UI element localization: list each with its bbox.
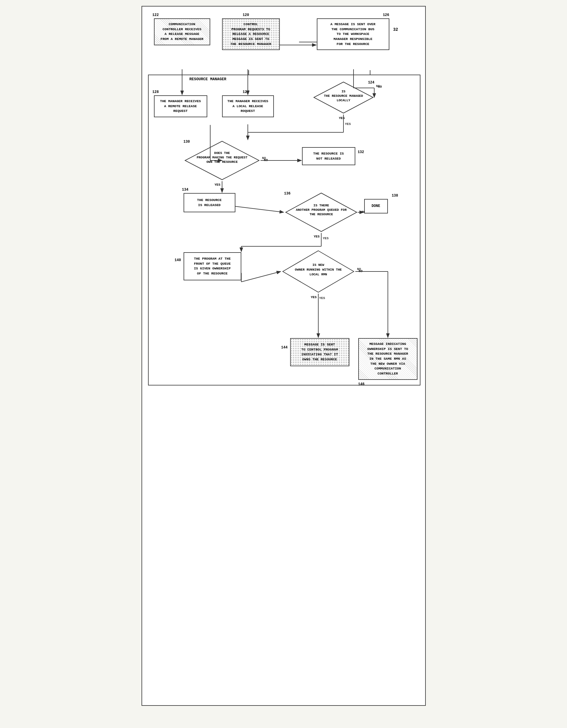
node-label-140: 140 — [175, 258, 181, 262]
svg-text:IS NEW: IS NEW — [312, 263, 324, 267]
node-label-123: 123 — [243, 90, 249, 94]
svg-marker-37 — [283, 251, 354, 292]
svg-text:LOCALLY: LOCALLY — [336, 99, 350, 102]
svg-text:OWN THE RESOURCE: OWN THE RESOURCE — [206, 160, 238, 164]
diamond-136-wrapper: 136 IS THERE ANOTHER PROGRAM QUEUED FOR … — [284, 192, 358, 233]
flowchart-diagram: 122 COMMUNICATIONCONTROLLER RECEIVESA RE… — [148, 15, 420, 696]
diagram-container: 122 COMMUNICATIONCONTROLLER RECEIVESA RE… — [142, 6, 426, 706]
node-label-134: 134 — [182, 188, 189, 192]
remote-release-text: THE MANAGER RECEIVESA REMOTE RELEASEREQU… — [154, 95, 207, 117]
node-label-146: 146 — [358, 382, 365, 386]
yes-label-136: YES — [314, 235, 320, 238]
message-control-box: 144 MESSAGE IS SENTTO CONTROL PROGRAMIND… — [290, 338, 349, 366]
svg-text:PROGRAM MAKING THE REQUEST: PROGRAM MAKING THE REQUEST — [197, 156, 248, 159]
local-release-box: 123 THE MANAGER RECEIVESA LOCAL RELEASER… — [222, 95, 274, 117]
control-program-text: CONTROLPROGRAM REQUESTS TORELEASE A RESO… — [222, 18, 280, 50]
node-label-144: 144 — [281, 345, 288, 350]
yes-label-new-owner: YES — [311, 295, 317, 299]
node-label-120: 120 — [243, 13, 249, 17]
node-label-136: 136 — [284, 192, 291, 196]
node-label-124: 124 — [368, 81, 375, 85]
svg-text:IS: IS — [341, 90, 346, 93]
done-text: DONE — [364, 199, 388, 213]
no-label-130: NO — [264, 158, 268, 162]
svg-text:LOCAL RMN: LOCAL RMN — [309, 273, 327, 276]
local-release-text: THE MANAGER RECEIVESA LOCAL RELEASEROQUE… — [222, 95, 274, 117]
node-label-126: 126 — [383, 13, 389, 17]
diamond-new-owner-svg: IS NEW OWNER RUNNING WITHIN THE LOCAL RM… — [281, 249, 355, 294]
node-label-138: 138 — [392, 194, 398, 198]
control-program-box: 120 CONTROLPROGRAM REQUESTS TORELEASE A … — [222, 18, 280, 50]
resource-not-released-text: THE RESOURCE ISNOT RELEASED — [302, 147, 355, 165]
diamond-130-svg: DOES THE PROGRAM MAKING THE REQUEST OWN … — [184, 140, 261, 181]
comm-controller-box: 122 COMMUNICATIONCONTROLLER RECEIVESA RE… — [154, 18, 210, 45]
node-label-32: 32 — [393, 27, 398, 32]
diamond-124-svg: IS THE RESOURCE MANAGED LOCALLY — [312, 81, 375, 115]
done-box: 138 DONE — [364, 199, 388, 213]
svg-text:OWNER RUNNING WITHIN THE: OWNER RUNNING WITHIN THE — [295, 268, 342, 271]
message-control-text: MESSAGE IS SENTTO CONTROL PROGRAMINDICAT… — [290, 338, 349, 366]
resource-released-text: THE RESOURCEIS RELEASED — [184, 193, 235, 212]
message-sent-text: A MESSAGE IS SENT OVERTHE COMMUNICATION … — [317, 18, 389, 50]
yes-label-130: YES — [215, 183, 221, 187]
remote-release-box: 128 THE MANAGER RECEIVESA REMOTE RELEASE… — [154, 95, 207, 117]
message-sent-box: 126 32 A MESSAGE IS SENT OVERTHE COMMUNI… — [317, 18, 389, 50]
front-queue-text: THE PROGRAM AT THEFRONT OF THE QUEUEIS G… — [184, 252, 241, 280]
comm-controller-text: COMMUNICATIONCONTROLLER RECEIVESA RELEAS… — [154, 18, 210, 45]
svg-text:THE RESOURCE MANAGED: THE RESOURCE MANAGED — [324, 94, 363, 98]
resource-not-released-box: 132 THE RESOURCE ISNOT RELEASED — [302, 147, 355, 165]
diamond-new-owner-wrapper: IS NEW OWNER RUNNING WITHIN THE LOCAL RM… — [281, 249, 355, 294]
message-ownership-box: 146 MESSAGE INDICATINGOWNERSHIP IS SENT … — [358, 338, 417, 380]
svg-marker-33 — [286, 193, 357, 232]
resource-released-box: 134 THE RESOURCEIS RELEASED — [184, 193, 235, 212]
diamond-124-wrapper: 124 IS THE RESOURCE MANAGED LOCALLY NO Y… — [312, 81, 375, 115]
node-label-132: 132 — [358, 150, 364, 154]
diamond-136-svg: IS THERE ANOTHER PROGRAM QUEUED FOR THE … — [284, 192, 358, 233]
no-label-new-owner: NO — [359, 269, 362, 273]
node-label-128: 128 — [152, 90, 159, 94]
front-queue-box: 140 THE PROGRAM AT THEFRONT OF THE QUEUE… — [184, 252, 241, 280]
message-ownership-text: MESSAGE INDICATINGOWNERSHIP IS SENT TOTH… — [358, 338, 417, 380]
svg-text:DOES THE: DOES THE — [214, 151, 230, 155]
yes-label-124: YES — [339, 116, 345, 120]
svg-text:ANOTHER PROGRAM QUEUED FOR: ANOTHER PROGRAM QUEUED FOR — [296, 208, 347, 212]
node-label-130: 130 — [184, 140, 190, 144]
diamond-130-wrapper: 130 DOES THE PROGRAM MAKING THE REQUEST … — [184, 140, 261, 181]
no-label-124: NO — [378, 85, 382, 89]
svg-text:IS THERE: IS THERE — [313, 204, 329, 207]
node-label-122: 122 — [152, 13, 159, 17]
resource-manager-label: RESOURCE MANAGER — [189, 77, 227, 81]
svg-text:THE RESOURCE: THE RESOURCE — [309, 213, 333, 216]
